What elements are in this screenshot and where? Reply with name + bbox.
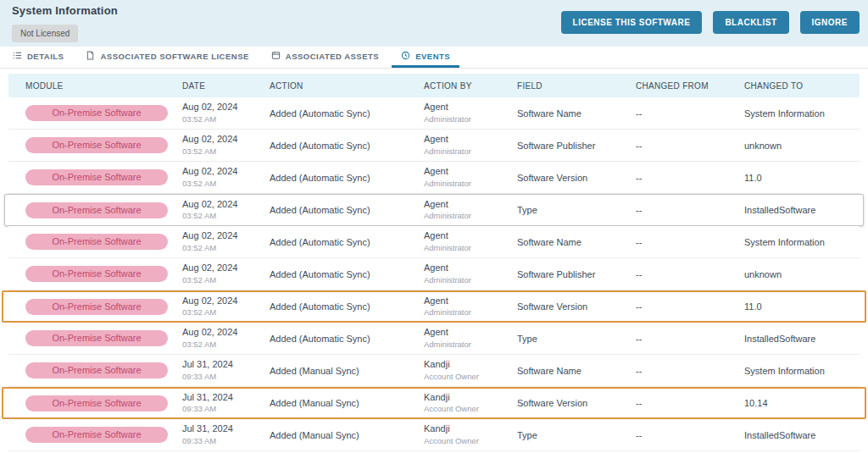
tab-associated-software-license[interactable]: ASSOCIATED SOFTWARE LICENSE xyxy=(76,47,258,68)
module-badge: On-Premise Software xyxy=(25,266,168,282)
time-value: 09:33 AM xyxy=(182,372,261,382)
tab-bar: DETAILS ASSOCIATED SOFTWARE LICENSE ASSO… xyxy=(0,47,868,69)
tab-associated-software-license-label: ASSOCIATED SOFTWARE LICENSE xyxy=(100,52,248,61)
blacklist-button[interactable]: BLACKLIST xyxy=(713,11,788,34)
field-value: Software Name xyxy=(509,108,627,119)
date-value: Jul 31, 2024 xyxy=(182,392,261,404)
table-row[interactable]: On-Premise Software Aug 02, 2024 03:52 A… xyxy=(8,162,860,194)
asset-card-icon xyxy=(271,51,281,62)
field-value: Software Version xyxy=(509,301,627,312)
action-value: Added (Automatic Sync) xyxy=(261,301,415,312)
action-value: Added (Manual Sync) xyxy=(261,366,415,376)
column-header-changed-from: CHANGED FROM xyxy=(627,81,736,91)
changed-from-value: -- xyxy=(627,205,736,215)
changed-from-value: -- xyxy=(627,108,736,119)
action-by-name: Kandji xyxy=(424,359,509,371)
changed-from-value: -- xyxy=(627,366,736,376)
date-value: Aug 02, 2024 xyxy=(182,166,261,178)
tab-associated-assets-label: ASSOCIATED ASSETS xyxy=(286,52,379,61)
action-by-role: Administrator xyxy=(424,307,509,318)
module-badge: On-Premise Software xyxy=(25,330,168,346)
tab-details[interactable]: DETAILS xyxy=(3,47,73,68)
field-value: Type xyxy=(509,205,627,215)
tab-details-label: DETAILS xyxy=(27,52,64,61)
changed-to-value: System Information xyxy=(736,366,860,376)
ignore-button[interactable]: IGNORE xyxy=(800,11,860,34)
events-table: MODULE DATE ACTION ACTION BY FIELD CHANG… xyxy=(0,69,868,451)
action-by-role: Account Owner xyxy=(424,436,509,446)
module-badge: On-Premise Software xyxy=(25,169,168,185)
changed-to-value: InstalledSoftware xyxy=(736,334,860,344)
time-value: 03:52 AM xyxy=(182,275,261,285)
clock-icon xyxy=(401,51,410,62)
page-title: System Information xyxy=(12,4,118,17)
module-badge: On-Premise Software xyxy=(25,234,168,250)
changed-to-value: unknown xyxy=(736,269,860,279)
date-value: Jul 31, 2024 xyxy=(182,359,261,371)
date-value: Aug 02, 2024 xyxy=(182,327,261,339)
changed-from-value: -- xyxy=(627,301,736,312)
action-by-name: Kandji xyxy=(424,392,509,404)
table-row[interactable]: On-Premise Software Aug 02, 2024 03:52 A… xyxy=(8,97,860,130)
action-value: Added (Automatic Sync) xyxy=(261,269,415,279)
table-row[interactable]: On-Premise Software Jul 31, 2024 09:33 A… xyxy=(8,355,860,387)
table-row[interactable]: On-Premise Software Jul 31, 2024 09:33 A… xyxy=(2,387,866,419)
file-icon xyxy=(86,51,95,62)
column-header-changed-to: CHANGED TO xyxy=(736,81,860,91)
field-value: Software Version xyxy=(509,173,627,183)
action-by-role: Administrator xyxy=(424,179,509,189)
time-value: 03:52 AM xyxy=(182,179,261,189)
table-row[interactable]: On-Premise Software Aug 02, 2024 03:52 A… xyxy=(8,323,860,355)
changed-from-value: -- xyxy=(627,430,736,440)
action-by-name: Agent xyxy=(424,134,509,146)
changed-to-value: unknown xyxy=(736,141,860,151)
table-row[interactable]: On-Premise Software Aug 02, 2024 03:52 A… xyxy=(4,194,864,226)
field-value: Type xyxy=(509,334,627,344)
date-value: Aug 02, 2024 xyxy=(182,262,261,274)
changed-to-value: System Information xyxy=(736,237,860,247)
table-row[interactable]: On-Premise Software Aug 02, 2024 03:52 A… xyxy=(8,130,860,162)
table-row[interactable]: On-Premise Software Aug 02, 2024 03:52 A… xyxy=(8,226,860,258)
action-by-name: Agent xyxy=(424,230,509,242)
date-value: Aug 02, 2024 xyxy=(182,102,261,113)
license-status-badge: Not Licensed xyxy=(12,25,78,42)
field-value: Software Name xyxy=(509,237,627,247)
table-row[interactable]: On-Premise Software Aug 02, 2024 03:52 A… xyxy=(8,258,860,290)
action-by-name: Agent xyxy=(424,262,509,274)
date-value: Aug 02, 2024 xyxy=(182,199,261,211)
changed-from-value: -- xyxy=(627,173,736,183)
action-value: Added (Automatic Sync) xyxy=(261,334,415,344)
action-value: Added (Automatic Sync) xyxy=(261,205,415,215)
table-row[interactable]: On-Premise Software Aug 02, 2024 03:52 A… xyxy=(2,290,866,323)
changed-to-value: InstalledSoftware xyxy=(736,205,860,215)
time-value: 03:52 AM xyxy=(182,146,261,157)
table-body: On-Premise Software Aug 02, 2024 03:52 A… xyxy=(8,97,860,451)
table-row[interactable]: On-Premise Software Jul 31, 2024 09:33 A… xyxy=(8,419,860,451)
field-value: Software Name xyxy=(509,366,627,376)
list-icon xyxy=(13,51,22,62)
action-value: Added (Manual Sync) xyxy=(261,398,415,408)
field-value: Software Publisher xyxy=(509,141,627,151)
column-header-action-by: ACTION BY xyxy=(415,81,509,91)
module-badge: On-Premise Software xyxy=(25,299,168,315)
module-badge: On-Premise Software xyxy=(25,427,168,443)
changed-from-value: -- xyxy=(627,237,736,247)
action-by-name: Kandji xyxy=(424,423,509,435)
action-value: Added (Automatic Sync) xyxy=(261,141,415,151)
column-header-module: MODULE xyxy=(8,81,175,91)
date-value: Aug 02, 2024 xyxy=(182,230,261,242)
date-value: Aug 02, 2024 xyxy=(182,296,261,307)
action-value: Added (Automatic Sync) xyxy=(261,108,415,119)
tab-events[interactable]: EVENTS xyxy=(392,47,459,68)
license-this-software-button[interactable]: LICENSE THIS SOFTWARE xyxy=(561,11,703,34)
changed-to-value: 10.14 xyxy=(736,398,860,408)
module-badge: On-Premise Software xyxy=(25,395,168,412)
changed-from-value: -- xyxy=(627,334,736,344)
action-by-role: Account Owner xyxy=(424,404,509,414)
time-value: 03:52 AM xyxy=(182,114,261,124)
time-value: 03:52 AM xyxy=(182,243,261,253)
changed-to-value: 11.0 xyxy=(736,301,860,312)
tab-associated-assets[interactable]: ASSOCIATED ASSETS xyxy=(262,47,388,68)
action-by-role: Administrator xyxy=(424,114,509,124)
time-value: 03:52 AM xyxy=(182,340,261,350)
